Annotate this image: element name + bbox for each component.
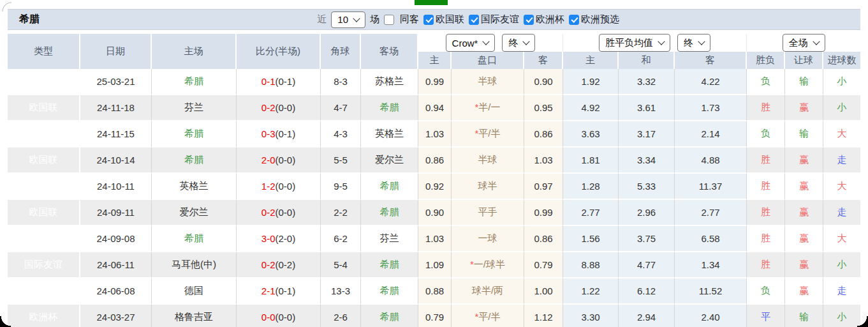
result-handicap: 赢 [785,252,823,278]
bookmaker-select[interactable]: Crow* [446,34,496,52]
table-row: 欧国联 24-11-18 芬兰 0-2(0-0) 4-7 希腊 0.94 *半/… [8,95,860,121]
same-away-checkbox[interactable] [384,15,394,25]
matches-table: 类型 日期 主场 比分(半场) 角球 客场 Crow* 终 胜平负均值 [8,34,860,327]
handicap-odds-home: 1.09 [418,252,452,278]
home-team: 希腊 [152,69,237,95]
handicap-odds-away: 1.03 [524,148,563,174]
fulltime-score: 0-2 [261,259,276,270]
score: 2-1(0-1) [237,278,321,305]
euro-qualifiers-checkbox[interactable] [569,15,579,25]
halftime-score: (0-1) [276,76,296,87]
filter-controls: 近 10 场 同客 欧国联 国际友谊 欧洲杯 欧洲预选 [317,11,619,28]
home-team: 希腊 [152,226,237,252]
score: 0-2(0-0) [237,200,321,226]
table-row: 欧国联 24-11-15 希腊 0-3(0-1) 4-3 英格兰 1.03 *平… [8,121,860,148]
team-title: 希腊 [19,13,40,26]
result-wdl: 胜 [747,226,785,252]
handicap-group-header: Crow* 终 [418,34,563,52]
result-goals: 走 [823,200,860,226]
handicap-line: *半/一 [452,95,524,121]
away-team: 希腊 [361,95,418,121]
result-wdl: 胜 [747,200,785,226]
col-header-home: 主场 [152,34,237,69]
avg-odds-home: 1.22 [563,278,619,305]
handicap-odds-away: 0.99 [524,200,563,226]
table-row: 欧国联 24-09-11 爱尔兰 0-2(0-0) 2-2 希腊 0.90 平手… [8,200,860,226]
handicap-text: 一/球半 [474,259,505,270]
subcol-handicap-away: 客 [524,52,563,69]
result-handicap: 赢 [785,148,823,174]
result-handicap: 赢 [785,278,823,305]
filter-label: 国际友谊 [481,13,519,26]
avg-odds-draw: 3.61 [619,95,675,121]
handicap-odds-home: 0.99 [418,69,452,95]
avg-odds-away: 11.37 [675,174,747,200]
corner-score: 9-5 [321,174,361,200]
handicap-line: *平/半 [452,305,524,327]
handicap-odds-away: 0.86 [524,121,563,148]
avg-select[interactable]: 胜平负均值 [599,34,670,52]
result-handicap: 输 [785,121,823,148]
result-goals: 小 [823,69,860,95]
fulltime-score: 1-2 [261,181,276,192]
match-date: 24-06-11 [80,252,152,278]
type-badge: 国际友谊 [8,252,80,278]
away-team: 苏格兰 [361,69,418,95]
result-goals: 小 [823,305,860,327]
match-date: 24-09-08 [80,226,152,252]
avg-group-header: 胜平负均值 终 [563,34,747,52]
score: 0-2(0-2) [237,252,321,278]
avg-odds-away: 2.77 [675,200,747,226]
filter-friendly: 国际友谊 [469,13,519,26]
result-handicap: 赢 [785,226,823,252]
away-team: 希腊 [361,305,418,327]
corner-score: 2-2 [321,200,361,226]
handicap-line: *平/半 [452,121,524,148]
handicap-odds-away: 0.90 [524,69,563,95]
euro-checkbox[interactable] [524,15,534,25]
home-team: 希腊 [152,148,237,174]
avg-odds-draw: 3.17 [619,121,675,148]
away-team: 爱尔兰 [361,148,418,174]
scope-select[interactable]: 全场 [783,34,825,52]
handicap-text: 半球 [478,154,497,165]
table-row: 国际友谊 24-06-08 德国 2-1(0-1) 13-3 希腊 0.88 球… [8,278,860,305]
match-date: 24-06-08 [80,278,152,305]
handicap-odds-away: 0.79 [524,252,563,278]
result-wdl: 胜 [747,252,785,278]
handicap-line: 球半/两 [452,278,524,305]
home-team: 德国 [152,278,237,305]
handicap-odds-home: 0.90 [418,200,452,226]
table-row: 国际友谊 24-06-11 马耳他(中) 0-2(0-2) 5-4 希腊 1.0… [8,252,860,278]
nations-league-checkbox[interactable] [423,15,434,25]
handicap-odds-home: 1.03 [418,121,452,148]
handicap-odds-away: 0.97 [524,174,563,200]
subcol-handicap-home: 主 [418,52,452,69]
handicap-odds-away: 1.00 [524,278,563,305]
matches-label: 场 [370,13,379,26]
result-wdl: 胜 [747,95,785,121]
chevron-down-icon [523,38,530,45]
type-badge: 欧国联 [8,174,80,200]
table-row: 欧国联 24-10-14 希腊 2-0(0-0) 5-5 爱尔兰 0.86 半球… [8,148,860,174]
away-team: 希腊 [361,200,418,226]
type-badge: 欧国联 [8,226,80,252]
friendly-checkbox[interactable] [469,15,479,25]
avg-odds-draw: 2.96 [619,200,675,226]
score: 1-2(0-0) [237,174,321,200]
col-header-date: 日期 [80,34,152,69]
type-badge: 欧国联 [8,69,80,95]
avg-final-select[interactable]: 终 [677,34,710,52]
corner-score: 5-4 [321,252,361,278]
recent-count-select[interactable]: 10 [331,11,365,28]
handicap-line: *一/球半 [452,252,524,278]
filter-label: 欧洲预选 [581,13,619,26]
halftime-score: (2-0) [276,233,296,244]
bookmaker-final-select[interactable]: 终 [502,34,535,52]
handicap-line: 平手 [452,200,524,226]
halftime-score: (0-1) [276,128,296,139]
score: 0-0(0-0) [237,305,321,327]
away-team: 芬兰 [361,226,418,252]
handicap-odds-home: 1.03 [418,226,452,252]
fulltime-score: 0-2 [261,102,276,113]
